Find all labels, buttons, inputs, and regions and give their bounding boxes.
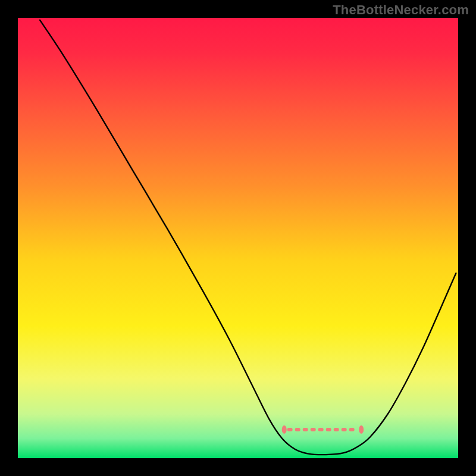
svg-point-1 (282, 425, 287, 434)
bottleneck-curve-chart (0, 0, 476, 476)
watermark-text: TheBottleNecker.com (333, 2, 469, 18)
chart-container: TheBottleNecker.com (0, 0, 476, 476)
gradient-background (18, 18, 458, 458)
svg-point-2 (359, 425, 364, 434)
